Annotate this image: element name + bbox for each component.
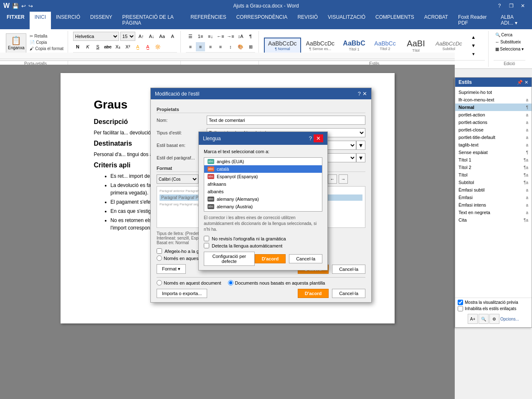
tab-referencies[interactable]: REFERÈNCIES: [185, 12, 231, 29]
estils-pin-btn[interactable]: 📌: [517, 80, 523, 85]
show-marks-btn[interactable]: ¶: [246, 32, 255, 41]
fmt-indent-left[interactable]: ←: [328, 174, 337, 184]
tab-disseny[interactable]: DISSENY: [85, 12, 117, 29]
strikethrough-btn[interactable]: abc: [103, 42, 112, 51]
underline-btn[interactable]: S: [93, 42, 102, 51]
align-justify-btn[interactable]: ≡: [216, 42, 225, 51]
llengua-espanyol[interactable]: abc Espanyol (Espanya): [204, 173, 322, 180]
tab-visualitzacio[interactable]: VISUALITZACIÓ: [323, 12, 370, 29]
style-titol[interactable]: AaBI Títol: [401, 37, 431, 54]
tab-foxit[interactable]: Foxit Reader PDF: [453, 12, 496, 29]
close-button[interactable]: ✕: [517, 0, 529, 12]
cancel-btn[interactable]: Cancel·la: [332, 265, 365, 274]
llengua-catala[interactable]: abc català: [204, 165, 322, 173]
modificacio-close-btn[interactable]: ✕: [362, 91, 367, 97]
text-highlight-btn[interactable]: A̲: [133, 42, 142, 51]
accept3-btn[interactable]: D'acord: [298, 289, 329, 298]
estils-subtitol[interactable]: Subtítol ¶a: [455, 179, 532, 186]
tab-inici[interactable]: INICI: [30, 12, 51, 29]
nom-input[interactable]: [207, 116, 365, 125]
estils-cita[interactable]: Cita ¶a: [455, 216, 532, 224]
tab-complements[interactable]: COMPLEMENTS: [370, 12, 419, 29]
format-btn[interactable]: Format ▾: [157, 264, 186, 274]
tab-revisio[interactable]: REVISIÓ: [292, 12, 323, 29]
estils-close-btn[interactable]: ✕: [524, 80, 528, 85]
estils-senseespai[interactable]: Sense espàiat ¶: [455, 149, 532, 156]
style-titol2[interactable]: AaBbCc Títol 2: [370, 38, 400, 53]
copia-button[interactable]: 📄 Copia: [28, 40, 65, 45]
fmt-indent-right[interactable]: →: [339, 174, 348, 184]
llengua-alemany-li[interactable]: abc alemany (Liechtenstein): [204, 210, 322, 212]
cancel3-btn[interactable]: Cancel·la: [332, 289, 365, 298]
tab-presentacio[interactable]: PRESENTACIÓ DE LA PÀGINA: [117, 12, 186, 29]
detecta-checkbox[interactable]: [204, 243, 209, 248]
tab-alba[interactable]: ALBA ADI... ▾: [496, 12, 530, 29]
estils-emfasi-intens[interactable]: Èmfasi intens a: [455, 201, 532, 209]
help-button[interactable]: ?: [494, 0, 505, 12]
tab-acrobat[interactable]: ACROBAT: [419, 12, 453, 29]
estils-titol1[interactable]: Títol 1 ¶a: [455, 156, 532, 164]
estils-lfr[interactable]: lfr-icon-menu-text a: [455, 96, 532, 104]
nou-estil-btn[interactable]: A+: [468, 314, 478, 324]
subscript-btn[interactable]: X₂: [113, 42, 122, 51]
decrease-font-btn[interactable]: A↓: [147, 32, 156, 41]
font-color-picker[interactable]: A: [168, 32, 177, 41]
llengua-albanes[interactable]: albanès: [204, 188, 322, 195]
llengua-afrikaans[interactable]: afrikaans: [204, 180, 322, 188]
llengua-alemany-at[interactable]: abc alemany (Àustria): [204, 203, 322, 210]
selecciona-button[interactable]: ▦ Selecciona ▾: [494, 46, 525, 52]
opcions-btn[interactable]: Opcions...: [500, 314, 519, 324]
italic-btn[interactable]: K: [83, 42, 92, 51]
checkbox-preview-input[interactable]: [458, 300, 463, 305]
align-right-btn[interactable]: ≡: [206, 42, 215, 51]
administrador-btn[interactable]: ⚙: [489, 314, 499, 324]
estils-portlet-title[interactable]: portlet-title-default a: [455, 134, 532, 141]
align-left-btn[interactable]: ≡: [186, 42, 195, 51]
quick-access-undo[interactable]: ↩: [21, 3, 26, 9]
configuracio-btn[interactable]: Configuració per defecte: [204, 252, 255, 266]
llengua-help-btn[interactable]: ?: [309, 134, 312, 142]
increase-font-btn[interactable]: A↑: [137, 32, 146, 41]
estils-emfasi-subtil[interactable]: Èmfasi subtil a: [455, 186, 532, 194]
fmt-font-select[interactable]: Calibri (Cos: [157, 174, 198, 184]
style-normal[interactable]: AaBbCcDc ¶ Normal: [264, 38, 301, 53]
estils-emfasi[interactable]: Èmfasi a: [455, 194, 532, 201]
llengua-close-btn[interactable]: ✕: [314, 134, 323, 142]
radio-nomesdoc-input[interactable]: [157, 255, 162, 261]
estils-taglib[interactable]: taglib-text a: [455, 141, 532, 149]
estils-portlet-actions[interactable]: portlet-actions a: [455, 119, 532, 126]
estils-portlet-action[interactable]: portlet-action a: [455, 111, 532, 119]
estilparagraf-dropdown-btn[interactable]: ▼: [356, 153, 365, 162]
llengua-accept-btn[interactable]: D'acord: [255, 254, 286, 263]
superscript-btn[interactable]: X²: [123, 42, 132, 51]
styles-more[interactable]: ▾: [469, 50, 478, 58]
border-btn[interactable]: ⊞: [246, 42, 255, 51]
llengua-alemany-al[interactable]: abc alemany (Alemanya): [204, 195, 322, 203]
modificacio-help-btn[interactable]: ?: [358, 91, 361, 97]
shading-btn[interactable]: 🔆: [153, 42, 162, 51]
decrease-indent-btn[interactable]: ←≡: [216, 32, 225, 41]
bullets-btn[interactable]: ☰: [186, 32, 195, 41]
estils-text-negreta[interactable]: Text en negreta a: [455, 209, 532, 216]
substitueix-button[interactable]: ↔ Substitueix: [494, 39, 525, 45]
font-name-select[interactable]: Helvetica: [73, 32, 119, 41]
quick-access-save[interactable]: 💾: [12, 3, 19, 9]
retalla-button[interactable]: ✂ Retalla: [28, 33, 65, 39]
tab-insercio[interactable]: INSERCIÓ: [51, 12, 85, 29]
quick-access-redo[interactable]: ↪: [28, 3, 33, 9]
importa-btn[interactable]: Importa o exporta...: [157, 289, 207, 298]
afegeix-checkbox[interactable]: [157, 248, 162, 254]
sort-btn[interactable]: ↕A: [236, 32, 245, 41]
estils-normal[interactable]: Normal ¶: [455, 104, 532, 111]
restore-button[interactable]: ❐: [505, 0, 517, 12]
bold-btn[interactable]: N: [73, 42, 82, 51]
estils-titol2[interactable]: Títol 2 ¶a: [455, 164, 532, 171]
shading-para-btn[interactable]: 🎨: [236, 42, 245, 51]
checkbox-inhabilita-input[interactable]: [458, 306, 463, 311]
font-size-select[interactable]: 15: [120, 32, 135, 41]
styles-scroll-down[interactable]: ▼: [469, 42, 478, 49]
tab-correspondencia[interactable]: CORRESPONDÈNCIA: [231, 12, 293, 29]
style-senseespai[interactable]: AaBbCcDc ¶ Sense es...: [303, 38, 338, 53]
style-titol1[interactable]: AaBbC Títol 1: [339, 38, 369, 53]
inspector-estils-btn[interactable]: 🔍: [479, 314, 489, 324]
